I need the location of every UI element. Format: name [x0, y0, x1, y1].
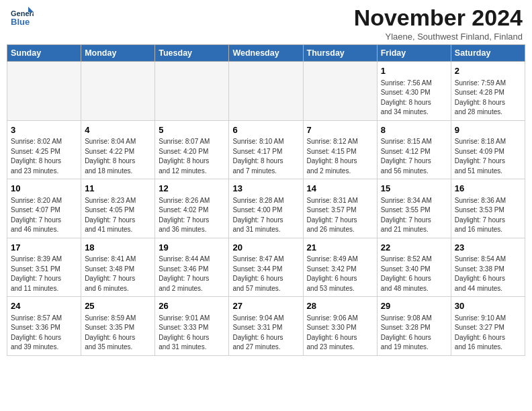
day-number: 20	[232, 241, 299, 255]
day-number: 11	[85, 182, 151, 195]
table-row: 5Sunrise: 8:07 AM Sunset: 4:20 PM Daylig…	[155, 120, 229, 179]
col-monday: Monday	[81, 45, 155, 62]
calendar-header: Sunday Monday Tuesday Wednesday Thursday…	[7, 45, 525, 62]
day-number: 30	[455, 300, 521, 313]
day-detail: Sunrise: 8:07 AM Sunset: 4:20 PM Dayligh…	[159, 137, 225, 176]
table-row: 21Sunrise: 8:49 AM Sunset: 3:42 PM Dayli…	[303, 238, 377, 297]
table-row: 25Sunrise: 8:59 AM Sunset: 3:35 PM Dayli…	[81, 297, 155, 356]
day-detail: Sunrise: 8:52 AM Sunset: 3:40 PM Dayligh…	[381, 255, 447, 293]
day-detail: Sunrise: 8:41 AM Sunset: 3:48 PM Dayligh…	[85, 255, 151, 293]
day-number: 18	[85, 241, 151, 255]
title-block: November 2024 Ylaene, Southwest Finland,…	[354, 5, 523, 42]
day-number: 10	[11, 182, 77, 195]
col-wednesday: Wednesday	[229, 45, 303, 62]
day-detail: Sunrise: 8:31 AM Sunset: 3:57 PM Dayligh…	[307, 196, 373, 235]
day-detail: Sunrise: 8:20 AM Sunset: 4:07 PM Dayligh…	[11, 196, 77, 235]
table-row: 30Sunrise: 9:10 AM Sunset: 3:27 PM Dayli…	[451, 297, 525, 356]
day-number: 12	[159, 182, 225, 195]
day-number: 23	[455, 241, 521, 255]
table-row: 6Sunrise: 8:10 AM Sunset: 4:17 PM Daylig…	[229, 120, 303, 179]
table-row	[229, 62, 303, 121]
day-detail: Sunrise: 8:47 AM Sunset: 3:44 PM Dayligh…	[232, 255, 299, 293]
day-number: 5	[159, 124, 225, 137]
day-number: 2	[455, 64, 521, 78]
table-row: 14Sunrise: 8:31 AM Sunset: 3:57 PM Dayli…	[303, 179, 377, 238]
table-row: 20Sunrise: 8:47 AM Sunset: 3:44 PM Dayli…	[229, 238, 303, 297]
day-detail: Sunrise: 8:10 AM Sunset: 4:17 PM Dayligh…	[232, 137, 299, 176]
day-detail: Sunrise: 9:04 AM Sunset: 3:31 PM Dayligh…	[232, 314, 299, 353]
table-row: 9Sunrise: 8:18 AM Sunset: 4:09 PM Daylig…	[451, 120, 525, 179]
day-detail: Sunrise: 8:23 AM Sunset: 4:05 PM Dayligh…	[85, 196, 151, 235]
day-number: 26	[159, 300, 225, 313]
table-row: 27Sunrise: 9:04 AM Sunset: 3:31 PM Dayli…	[229, 297, 303, 356]
table-row: 12Sunrise: 8:26 AM Sunset: 4:02 PM Dayli…	[155, 179, 229, 238]
day-number: 22	[381, 241, 447, 255]
table-row: 23Sunrise: 8:54 AM Sunset: 3:38 PM Dayli…	[451, 238, 525, 297]
col-tuesday: Tuesday	[155, 45, 229, 62]
day-detail: Sunrise: 8:26 AM Sunset: 4:02 PM Dayligh…	[159, 196, 225, 235]
table-row	[7, 62, 81, 121]
table-row: 17Sunrise: 8:39 AM Sunset: 3:51 PM Dayli…	[7, 238, 81, 297]
day-detail: Sunrise: 8:59 AM Sunset: 3:35 PM Dayligh…	[85, 314, 151, 353]
day-detail: Sunrise: 7:59 AM Sunset: 4:28 PM Dayligh…	[455, 79, 521, 118]
day-number: 24	[11, 300, 77, 313]
day-number: 9	[455, 124, 521, 137]
day-number: 17	[11, 241, 77, 255]
day-detail: Sunrise: 8:28 AM Sunset: 4:00 PM Dayligh…	[232, 196, 299, 235]
table-row: 8Sunrise: 8:15 AM Sunset: 4:12 PM Daylig…	[377, 120, 451, 179]
day-number: 19	[159, 241, 225, 255]
logo-icon: General Blue	[9, 5, 34, 30]
day-number: 14	[307, 182, 373, 195]
table-row: 29Sunrise: 9:08 AM Sunset: 3:28 PM Dayli…	[377, 297, 451, 356]
day-detail: Sunrise: 8:44 AM Sunset: 3:46 PM Dayligh…	[159, 255, 225, 293]
day-detail: Sunrise: 9:01 AM Sunset: 3:33 PM Dayligh…	[159, 314, 225, 353]
day-detail: Sunrise: 8:18 AM Sunset: 4:09 PM Dayligh…	[455, 137, 521, 176]
table-row	[303, 62, 377, 121]
day-detail: Sunrise: 8:36 AM Sunset: 3:53 PM Dayligh…	[455, 196, 521, 235]
day-number: 7	[307, 124, 373, 137]
day-number: 25	[85, 300, 151, 313]
table-row: 18Sunrise: 8:41 AM Sunset: 3:48 PM Dayli…	[81, 238, 155, 297]
day-number: 15	[381, 182, 447, 195]
day-number: 21	[307, 241, 373, 255]
table-row: 16Sunrise: 8:36 AM Sunset: 3:53 PM Dayli…	[451, 179, 525, 238]
col-saturday: Saturday	[451, 45, 525, 62]
day-detail: Sunrise: 8:15 AM Sunset: 4:12 PM Dayligh…	[381, 137, 447, 176]
day-detail: Sunrise: 8:02 AM Sunset: 4:25 PM Dayligh…	[11, 137, 77, 176]
day-detail: Sunrise: 8:34 AM Sunset: 3:55 PM Dayligh…	[381, 196, 447, 235]
col-thursday: Thursday	[303, 45, 377, 62]
day-detail: Sunrise: 9:06 AM Sunset: 3:30 PM Dayligh…	[307, 314, 373, 353]
table-row: 28Sunrise: 9:06 AM Sunset: 3:30 PM Dayli…	[303, 297, 377, 356]
day-number: 3	[11, 124, 77, 137]
table-row: 19Sunrise: 8:44 AM Sunset: 3:46 PM Dayli…	[155, 238, 229, 297]
location: Ylaene, Southwest Finland, Finland	[354, 32, 523, 42]
day-detail: Sunrise: 8:57 AM Sunset: 3:36 PM Dayligh…	[11, 314, 77, 353]
day-number: 28	[307, 300, 373, 313]
table-row: 2Sunrise: 7:59 AM Sunset: 4:28 PM Daylig…	[451, 62, 525, 121]
day-detail: Sunrise: 8:12 AM Sunset: 4:15 PM Dayligh…	[307, 137, 373, 176]
table-row: 22Sunrise: 8:52 AM Sunset: 3:40 PM Dayli…	[377, 238, 451, 297]
table-row	[81, 62, 155, 121]
day-detail: Sunrise: 8:04 AM Sunset: 4:22 PM Dayligh…	[85, 137, 151, 176]
day-number: 6	[232, 124, 299, 137]
table-row	[155, 62, 229, 121]
table-row: 7Sunrise: 8:12 AM Sunset: 4:15 PM Daylig…	[303, 120, 377, 179]
day-detail: Sunrise: 9:10 AM Sunset: 3:27 PM Dayligh…	[455, 314, 521, 353]
table-row: 11Sunrise: 8:23 AM Sunset: 4:05 PM Dayli…	[81, 179, 155, 238]
day-detail: Sunrise: 7:56 AM Sunset: 4:30 PM Dayligh…	[381, 79, 447, 118]
day-number: 13	[232, 182, 299, 195]
table-row: 10Sunrise: 8:20 AM Sunset: 4:07 PM Dayli…	[7, 179, 81, 238]
table-row: 26Sunrise: 9:01 AM Sunset: 3:33 PM Dayli…	[155, 297, 229, 356]
logo: General Blue	[9, 5, 34, 30]
calendar-body: 1Sunrise: 7:56 AM Sunset: 4:30 PM Daylig…	[7, 62, 525, 356]
day-detail: Sunrise: 9:08 AM Sunset: 3:28 PM Dayligh…	[381, 314, 447, 353]
day-detail: Sunrise: 8:49 AM Sunset: 3:42 PM Dayligh…	[307, 255, 373, 293]
table-row: 3Sunrise: 8:02 AM Sunset: 4:25 PM Daylig…	[7, 120, 81, 179]
svg-text:Blue: Blue	[11, 17, 30, 27]
calendar-table: Sunday Monday Tuesday Wednesday Thursday…	[7, 44, 525, 356]
day-number: 1	[381, 64, 447, 78]
table-row: 13Sunrise: 8:28 AM Sunset: 4:00 PM Dayli…	[229, 179, 303, 238]
table-row: 1Sunrise: 7:56 AM Sunset: 4:30 PM Daylig…	[377, 62, 451, 121]
day-number: 29	[381, 300, 447, 313]
table-row: 24Sunrise: 8:57 AM Sunset: 3:36 PM Dayli…	[7, 297, 81, 356]
